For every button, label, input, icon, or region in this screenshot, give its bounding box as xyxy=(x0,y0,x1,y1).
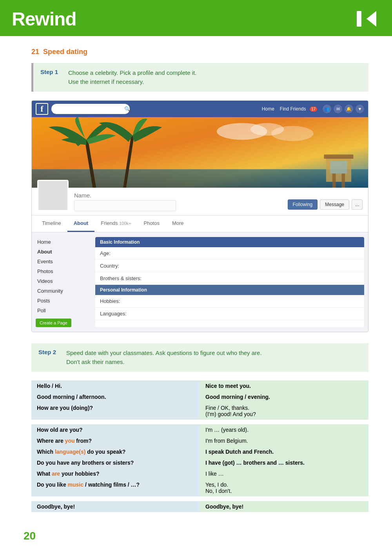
svg-rect-11 xyxy=(332,174,336,188)
conv-left-8: What are your hobbies? xyxy=(31,468,200,479)
fb-avatar xyxy=(37,180,69,211)
message-button[interactable]: Message xyxy=(320,199,349,210)
tab-photos[interactable]: Photos xyxy=(137,215,165,232)
fb-messages-icon: ✉ xyxy=(334,105,342,113)
tab-more[interactable]: More xyxy=(166,215,190,232)
fb-sidebar: Home About Events Photos Videos Communit… xyxy=(36,237,91,327)
conv-left-3: How are you (doing)? xyxy=(31,402,200,420)
sidebar-item-events[interactable]: Events xyxy=(36,257,91,266)
conv-right-6: I speak Dutch and French. xyxy=(200,446,368,457)
fb-notification-badge: 17 xyxy=(310,107,317,112)
sidebar-item-videos[interactable]: Videos xyxy=(36,276,91,286)
conv-right-7: I have (got) … brothers and … sisters. xyxy=(200,457,368,468)
conv-left-2: Good morning / afternoon. xyxy=(31,391,200,402)
fb-icons: 👥 ✉ 🔔 ▼ xyxy=(323,105,364,113)
fb-name-label: Name. xyxy=(74,192,282,199)
step1-box: Step 1 Choose a celebrity. Pick a profil… xyxy=(31,63,368,92)
step1-label: Step 1 xyxy=(40,69,62,75)
conv-right-2: Good morning / evening. xyxy=(200,391,368,402)
page-header: Rewind xyxy=(0,0,392,36)
step2-label: Step 2 xyxy=(38,349,60,366)
conv-row-8: What are your hobbies? I like … xyxy=(31,468,368,479)
fb-body: Home About Events Photos Videos Communit… xyxy=(32,232,368,332)
sidebar-item-community[interactable]: Community xyxy=(36,286,91,296)
conv-row-2: Good morning / afternoon. Good morning /… xyxy=(31,391,368,402)
conv-right-3: Fine / OK, thanks.(I'm) good! And you? xyxy=(200,402,368,420)
more-options-button[interactable]: ... xyxy=(352,199,363,210)
conv-row-7: Do you have any brothers or sisters? I h… xyxy=(31,457,368,468)
fb-friends-icon: 👥 xyxy=(323,105,331,113)
fb-profile-info: Name. xyxy=(74,192,282,211)
conv-left-1: Hello / Hi. xyxy=(31,380,200,391)
fb-hobbies-row: Hobbies: xyxy=(95,295,364,308)
sidebar-item-home[interactable]: Home xyxy=(36,237,91,247)
facebook-mockup: f 🔍 Home Find Friends 17 👥 ✉ 🔔 ▼ xyxy=(31,100,368,332)
svg-rect-12 xyxy=(341,174,345,188)
fb-logo: f xyxy=(36,103,48,115)
conv-right-9: Yes, I do.No, I don't. xyxy=(200,479,368,496)
svg-rect-1 xyxy=(357,11,361,27)
svg-rect-10 xyxy=(324,154,353,159)
svg-rect-13 xyxy=(330,161,347,173)
step1-text: Choose a celebrity. Pick a profile and c… xyxy=(68,69,196,86)
fb-cover-photo xyxy=(32,117,368,188)
fb-tabs: Timeline About Friends 100k+ Photos More xyxy=(32,215,368,232)
sidebar-item-about[interactable]: About xyxy=(36,247,91,257)
fb-languages-row: Languages: xyxy=(95,308,364,320)
conv-left-7: Do you have any brothers or sisters? xyxy=(31,457,200,468)
conv-row-5: Where are you from? I'm from Belgium. xyxy=(31,435,368,446)
fb-country-row: Country: xyxy=(95,260,364,272)
svg-rect-3 xyxy=(32,169,368,188)
rewind-icon xyxy=(353,7,380,31)
conv-right-1: Nice to meet you. xyxy=(200,380,368,391)
fb-notifications-icon: 🔔 xyxy=(345,105,353,113)
create-page-button[interactable]: Create a Page xyxy=(36,319,71,327)
conv-left-6: Which language(s) do you speak? xyxy=(31,446,200,457)
sidebar-item-posts[interactable]: Posts xyxy=(36,296,91,306)
fb-brothers-row: Brothers & sisters: xyxy=(95,272,364,285)
fb-profile-bar: Name. Following Message ... xyxy=(32,188,368,215)
conv-left-5: Where are you from? xyxy=(31,435,200,446)
fb-nav: Home Find Friends 17 👥 ✉ 🔔 ▼ xyxy=(262,105,364,113)
fb-basic-info-header: Basic Information xyxy=(95,237,364,247)
fb-find-friends[interactable]: Find Friends 17 xyxy=(280,106,317,112)
svg-point-6 xyxy=(271,126,313,141)
conv-right-5: I'm from Belgium. xyxy=(200,435,368,446)
page-number: 20 xyxy=(24,530,36,542)
fb-main-panel: Basic Information Age: Country: Brothers… xyxy=(95,237,364,327)
tab-friends[interactable]: Friends 100k+ xyxy=(94,215,137,232)
step2-text: Speed date with your classmates. Ask que… xyxy=(66,349,262,366)
fb-name-input-area[interactable] xyxy=(74,200,176,211)
fb-age-row: Age: xyxy=(95,247,364,260)
conversation-section: Hello / Hi. Nice to meet you. Good morni… xyxy=(31,380,368,512)
section-title: 21 Speed dating xyxy=(31,48,368,56)
following-button[interactable]: Following xyxy=(288,199,318,210)
conv-row-10: Goodbye, bye! Goodbye, bye! xyxy=(31,501,368,512)
svg-marker-0 xyxy=(367,11,376,27)
fb-home-link[interactable]: Home xyxy=(262,106,274,112)
main-content: 21 Speed dating Step 1 Choose a celebrit… xyxy=(0,36,392,528)
conv-right-8: I like … xyxy=(200,468,368,479)
tab-timeline[interactable]: Timeline xyxy=(36,215,67,232)
sidebar-item-poll[interactable]: Poll xyxy=(36,306,91,315)
conv-left-9: Do you like music / watching films / …? xyxy=(31,479,200,496)
step2-box: Step 2 Speed date with your classmates. … xyxy=(31,343,368,372)
fb-search-icon: 🔍 xyxy=(124,106,131,112)
conv-right-10: Goodbye, bye! xyxy=(200,501,368,512)
conv-row-4: How old are you? I'm … (years old). xyxy=(31,424,368,435)
fb-search-input[interactable] xyxy=(51,104,130,114)
page-title: Rewind xyxy=(12,8,76,30)
conv-right-4: I'm … (years old). xyxy=(200,424,368,435)
conv-left-4: How old are you? xyxy=(31,424,200,435)
fb-profile-actions: Following Message ... xyxy=(288,199,363,210)
fb-topbar: f 🔍 Home Find Friends 17 👥 ✉ 🔔 ▼ xyxy=(32,101,368,117)
conv-row-9: Do you like music / watching films / …? … xyxy=(31,479,368,496)
sidebar-item-photos[interactable]: Photos xyxy=(36,266,91,276)
conv-row-1: Hello / Hi. Nice to meet you. xyxy=(31,380,368,391)
tab-about[interactable]: About xyxy=(67,215,95,232)
conv-row-3: How are you (doing)? Fine / OK, thanks.(… xyxy=(31,402,368,420)
fb-personal-info-header: Personal Information xyxy=(95,285,364,295)
conv-row-6: Which language(s) do you speak? I speak … xyxy=(31,446,368,457)
conversation-table: Hello / Hi. Nice to meet you. Good morni… xyxy=(31,380,368,512)
conv-spacer-2 xyxy=(31,496,368,501)
